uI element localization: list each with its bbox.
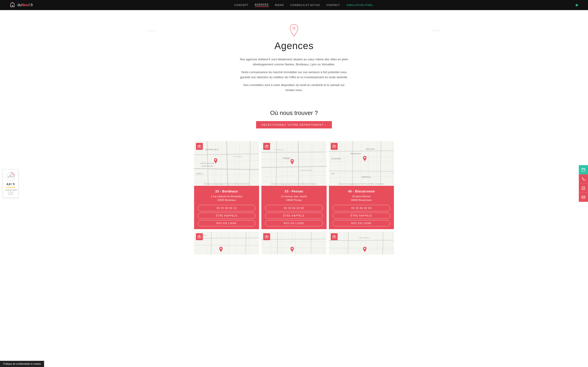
- svg-text:Ar. Marc du...: Ar. Marc du...: [275, 148, 285, 150]
- agency-rdv-button-pessac[interactable]: RDV EN LIGNE: [265, 220, 323, 226]
- svg-text:Bd Saint Martin: Bd Saint Martin: [300, 169, 312, 171]
- agency-recall-button-pessac[interactable]: ÊTRE RAPPELÉ: [265, 213, 323, 219]
- svg-point-44: [292, 160, 293, 161]
- svg-line-46: [329, 161, 394, 162]
- agency-map-6: Bd du Jubilé...: [329, 232, 394, 254]
- star-icon[interactable]: ★: [575, 2, 579, 8]
- sidebar-email-button[interactable]: [579, 193, 588, 202]
- hero-desc3: Nos conseillers sont à votre disposition…: [239, 83, 349, 93]
- svg-text:- QUINCONCES: - QUINCONCES: [200, 165, 213, 167]
- nav-conseils[interactable]: CONSEILS ET ACTUS: [290, 4, 320, 6]
- hero-desc2: Notre connaissance du marché immobilier …: [239, 70, 349, 80]
- rating-score: 4,8 / 5: [6, 182, 15, 186]
- svg-line-72: [261, 239, 326, 240]
- svg-line-34: [276, 141, 277, 186]
- svg-point-11: [293, 27, 295, 29]
- svg-line-74: [277, 232, 278, 254]
- svg-text:Biscarrosse: Biscarrosse: [351, 152, 361, 155]
- svg-point-29: [215, 159, 216, 161]
- map-photo-icon-6: [331, 233, 338, 240]
- agency-card-5: [261, 232, 326, 254]
- agency-phone-button-bordeaux[interactable]: 05 33 06 00 12: [198, 205, 255, 211]
- map-photo-icon-pessac: [263, 143, 270, 150]
- agency-phone-button-pessac[interactable]: 05 33 06 03 83: [265, 205, 323, 211]
- svg-line-33: [261, 175, 326, 177]
- agency-card-6: Bd du Jubilé...: [329, 232, 394, 254]
- svg-line-52: [380, 141, 381, 186]
- svg-line-35: [287, 141, 288, 186]
- svg-point-42: [266, 146, 267, 147]
- rating-badge: AVIS VÉRIFIÉS: [6, 172, 15, 181]
- svg-point-27: [199, 146, 200, 147]
- agency-recall-button-biscarrosse[interactable]: ÊTRE RAPPELÉ: [333, 213, 390, 219]
- svg-rect-7: [582, 187, 585, 190]
- svg-text:CENTRE-VILLE: CENTRE-VILLE: [205, 148, 219, 150]
- svg-line-85: [383, 232, 383, 254]
- svg-line-65: [229, 232, 229, 254]
- agency-map-5: [261, 232, 326, 254]
- svg-line-62: [194, 238, 259, 238]
- svg-line-49: [340, 141, 340, 186]
- svg-line-14: [194, 169, 259, 170]
- svg-text:VÉRIFIÉS: VÉRIFIÉS: [7, 176, 14, 177]
- where-title: Où nous trouver ?: [0, 109, 588, 117]
- agency-recall-button-bordeaux[interactable]: ÊTRE RAPPELÉ: [198, 213, 255, 219]
- hero-desc1: Nos agences duNeuf.fr sont idéalement si…: [239, 57, 349, 67]
- agency-map-4: Fébiliert: [194, 232, 259, 254]
- nav-agences[interactable]: AGENCES: [255, 3, 269, 7]
- svg-line-76: [311, 232, 311, 254]
- svg-line-19: [239, 141, 240, 186]
- agencies-grid: CENTRE-VILLE HÔTEL DE VILLE - QUINCONCES…: [188, 140, 400, 256]
- svg-line-63: [194, 245, 259, 246]
- nav-simulation[interactable]: SIMULATION PINEL: [346, 4, 373, 6]
- svg-line-32: [261, 166, 326, 167]
- location-pin-icon: [289, 24, 299, 37]
- svg-line-64: [211, 232, 212, 254]
- hero-section: Agences Nos agences duNeuf.fr sont idéal…: [0, 19, 588, 102]
- svg-line-66: [246, 232, 246, 254]
- map-credit-biscarrosse: Données cartographiques ©2023 Conditions…: [338, 183, 384, 185]
- svg-line-18: [227, 141, 228, 186]
- svg-line-37: [311, 141, 311, 186]
- agency-info-biscarrosse: 40 - Biscarrosse 29 place Marsan 40600 B…: [329, 186, 394, 229]
- site-logo[interactable]: duNeuf.fr: [9, 2, 33, 8]
- nav-contact[interactable]: CONTACT: [326, 4, 340, 6]
- rating-label: EXCELLENT: [6, 189, 15, 191]
- svg-line-83: [348, 232, 348, 254]
- nav-biens[interactable]: BIENS: [275, 4, 284, 6]
- svg-rect-3: [582, 168, 585, 171]
- agency-map-bordeaux: CENTRE-VILLE HÔTEL DE VILLE - QUINCONCES…: [194, 141, 259, 186]
- rating-widget[interactable]: AVIS VÉRIFIÉS 4,8 / 5 ★★★★★ EXCELLENT 13…: [3, 169, 18, 198]
- svg-line-13: [194, 161, 259, 162]
- svg-text:AVIS: AVIS: [9, 174, 12, 176]
- map-photo-icon-bordeaux: [196, 143, 203, 150]
- svg-line-47: [329, 171, 394, 171]
- agency-map-biscarrosse: SÉNCION COUDINEY LILY PIERRICQ Biscarros…: [329, 141, 394, 186]
- map-credit-pessac: Données cartographiques ©2023 Conditions…: [271, 183, 317, 185]
- agency-rdv-button-biscarrosse[interactable]: RDV EN LIGNE: [333, 220, 390, 226]
- main-content: Agences Nos agences duNeuf.fr sont idéal…: [0, 10, 588, 256]
- map-credit-bordeaux: Données cartographiques ©2023 Conditions…: [204, 183, 250, 185]
- select-department-button[interactable]: SÉLECTIONNEZ VOTRE DÉPARTEMENT ↓: [256, 121, 332, 128]
- agency-info-pessac: 33 - Pessac 10 avenue Jean Jaurès 33600 …: [261, 186, 326, 229]
- sidebar-clipboard-button[interactable]: [579, 184, 588, 193]
- agency-rdv-button-bordeaux[interactable]: RDV EN LIGNE: [198, 220, 255, 226]
- decorative-line-left: [147, 31, 156, 31]
- sidebar-phone-button[interactable]: [579, 174, 588, 184]
- agency-phone-button-biscarrosse[interactable]: 05 33 06 00 99: [333, 205, 390, 211]
- svg-text:SÉNCION: SÉNCION: [366, 148, 375, 150]
- agency-address-biscarrosse: 29 place Marsan 40600 Biscarrosse: [333, 194, 390, 202]
- agency-address-bordeaux: 1 rue Lafaurie de Monbadon 33000 Bordeau…: [198, 194, 255, 202]
- svg-point-71: [220, 248, 222, 249]
- sidebar-schedule-button[interactable]: [579, 165, 588, 174]
- svg-text:SAINT-F...: SAINT-F...: [196, 173, 204, 175]
- agency-card-bordeaux: CENTRE-VILLE HÔTEL DE VILLE - QUINCONCES…: [194, 141, 259, 229]
- svg-line-30: [261, 152, 326, 152]
- svg-line-82: [329, 249, 394, 249]
- nav-concept[interactable]: CONCEPT: [234, 4, 248, 6]
- svg-point-78: [266, 236, 267, 237]
- map-streets-biscarrosse: SÉNCION COUDINEY LILY PIERRICQ Biscarros…: [329, 141, 394, 186]
- nav-links: CONCEPT AGENCES BIENS CONSEILS ET ACTUS …: [234, 3, 373, 7]
- svg-text:PIERRICQ: PIERRICQ: [361, 176, 371, 178]
- svg-text:HÔTEL DE VILLE: HÔTEL DE VILLE: [200, 162, 214, 164]
